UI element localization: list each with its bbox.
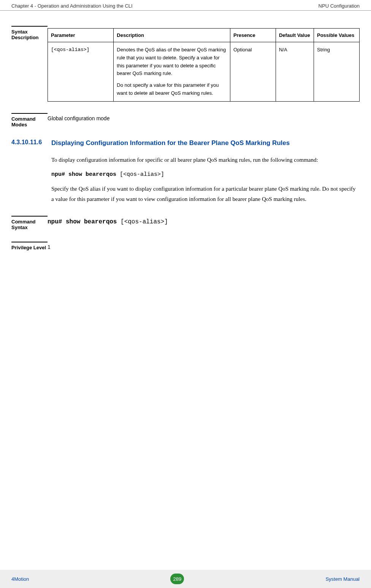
footer-left: 4Motion [11, 576, 29, 582]
body-para1: To display configuration information for… [51, 155, 360, 165]
footer-right: System Manual [325, 576, 360, 582]
syntax-body: Parameter Description Presence Default V… [48, 26, 360, 102]
command-modes-label: Command Modes [11, 113, 48, 127]
syntax-description-section: Syntax Description Parameter Description… [11, 26, 360, 102]
subsection-number: 4.3.10.11.6 [11, 139, 51, 147]
header-left: Chapter 4 - Operation and Administration… [11, 3, 133, 9]
td-default: N/A [276, 42, 314, 102]
desc-para1: Denotes the QoS alias of the bearer QoS … [117, 46, 227, 78]
command-syntax-body: npu# show bearerqos [<qos-alias>] [48, 216, 360, 225]
command-modes-text: Global configuration mode [48, 113, 360, 121]
page-number: 289 [170, 574, 184, 584]
th-default-value: Default Value [276, 29, 314, 42]
td-possible: String [314, 42, 359, 102]
th-presence: Presence [230, 29, 276, 42]
page-header: Chapter 4 - Operation and Administration… [0, 0, 371, 11]
subsection-title: Displaying Configuration Information for… [51, 139, 360, 147]
command-example: npu# show bearerqos [<qos-alias>] [51, 171, 360, 178]
table-header-row: Parameter Description Presence Default V… [48, 29, 360, 42]
command-modes-section: Command Modes Global configuration mode [11, 113, 360, 127]
privilege-level-section: Privilege Level 1 [11, 242, 360, 250]
cmd-rest-part: [<qos-alias>] [120, 171, 164, 178]
command-syntax-section: Command Syntax npu# show bearerqos [<qos… [11, 216, 360, 230]
th-description: Description [114, 29, 230, 42]
cmd-bold-part: npu# show bearerqos [51, 171, 120, 178]
table-row: [<qos-alias>] Denotes the QoS alias of t… [48, 42, 360, 102]
body-para2: Specify the QoS alias if you want to dis… [51, 184, 360, 204]
privilege-text: 1 [48, 242, 360, 250]
command-syntax-label: Command Syntax [11, 216, 48, 230]
privilege-label: Privilege Level [11, 242, 48, 250]
page-content: Syntax Description Parameter Description… [0, 11, 371, 250]
td-description: Denotes the QoS alias of the bearer QoS … [114, 42, 230, 102]
page-footer: 4Motion 289 System Manual [0, 570, 371, 588]
th-parameter: Parameter [48, 29, 114, 42]
cmd-syntax-bold: npu# show bearerqos [48, 218, 120, 225]
desc-para2: Do not specify a value for this paramete… [117, 81, 227, 97]
syntax-table: Parameter Description Presence Default V… [48, 28, 360, 102]
syntax-label: Syntax Description [11, 26, 48, 40]
td-parameter: [<qos-alias>] [48, 42, 114, 102]
subsection-heading: 4.3.10.11.6 Displaying Configuration Inf… [11, 139, 360, 147]
th-possible-values: Possible Values [314, 29, 359, 42]
td-presence: Optional [230, 42, 276, 102]
cmd-syntax-rest: [<qos-alias>] [120, 218, 168, 225]
header-right: NPU Configuration [319, 3, 360, 9]
